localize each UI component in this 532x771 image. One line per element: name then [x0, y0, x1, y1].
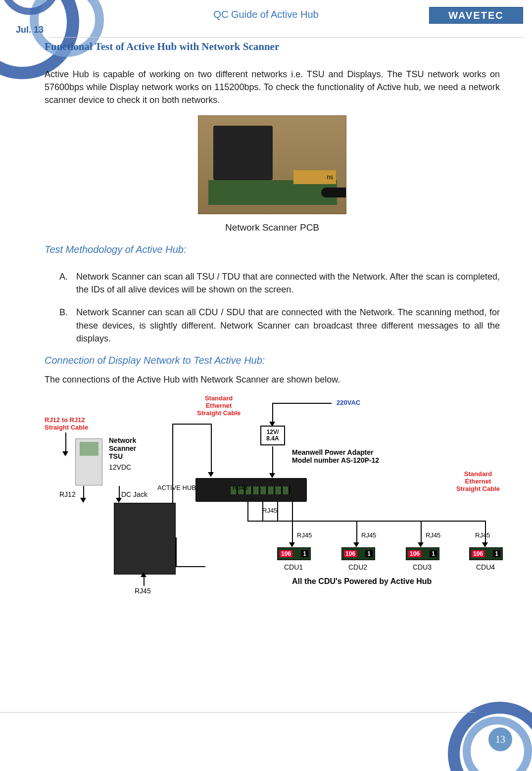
cdu-icon: 1061: [406, 547, 439, 560]
cdu-window: 1: [301, 550, 308, 557]
label-eth-cable-right: Standard Ethernet Straight Cable: [456, 471, 500, 493]
header-divider: [49, 37, 525, 38]
label-all-cdus-powered: All the CDU's Powered by Active Hub: [292, 577, 432, 586]
cdu-icon: 1061: [277, 547, 311, 560]
date-badge: Jul. 13: [16, 25, 44, 35]
connection-diagram: RJ12 to RJ12 Straight Cable Network Scan…: [45, 394, 500, 602]
label-rj45-c2: RJ45: [361, 531, 376, 539]
subheading-connection: Connection of Display Network to Test Ac…: [45, 355, 500, 366]
cdu-window: 1: [493, 550, 500, 557]
list-item: A. Network Scanner can scan all TSU / TD…: [59, 270, 500, 296]
intro-paragraph: Active Hub is capable of working on two …: [45, 68, 500, 106]
psu-box: 12V/ 8.4A: [260, 426, 285, 445]
psu-line1: 12V/: [267, 429, 279, 435]
cdu-number: 106: [408, 550, 421, 557]
list-text: Network Scanner can scan all TSU / TDU t…: [76, 272, 500, 294]
list-text: Network Scanner can scan all CDU / SDU t…: [76, 307, 500, 343]
pcb-photo-placeholder: [198, 115, 346, 214]
label-rj45-scanner: RJ45: [135, 587, 151, 595]
label-cdu3: CDU3: [413, 563, 432, 571]
label-dc-jack: DC Jack: [121, 490, 147, 498]
label-rj45-hub-top: RJ45: [233, 484, 247, 491]
scanner-pcb-icon: [114, 503, 176, 575]
cdu-window: 1: [430, 550, 437, 557]
list-marker: A.: [59, 270, 68, 283]
label-active-hub: ACTIVE HUB: [157, 484, 196, 491]
active-hub-icon: [195, 478, 307, 502]
label-cdu1: CDU1: [284, 563, 303, 571]
cdu-icon: 1061: [469, 547, 503, 560]
label-rj45-c4: RJ45: [475, 531, 490, 539]
label-220vac: 220VAC: [337, 399, 360, 406]
label-12vdc: 12VDC: [109, 463, 131, 471]
methodology-list: A. Network Scanner can scan all TSU / TD…: [45, 270, 500, 344]
cdu-number: 106: [344, 550, 357, 557]
label-network-scanner-tsu: Network Scanner TSU: [109, 436, 136, 460]
label-rj45-c1: RJ45: [297, 531, 312, 539]
cdu-window: 1: [365, 550, 373, 557]
page-content: Functional Test of Active Hub with Netwo…: [45, 41, 500, 602]
list-marker: B.: [59, 306, 68, 319]
section-heading: Functional Test of Active Hub with Netwo…: [45, 41, 500, 53]
cdu-number: 106: [280, 550, 292, 557]
label-eth-cable-top: Standard Ethernet Straight Cable: [197, 395, 241, 417]
label-rj12: RJ12: [59, 490, 76, 498]
figure-caption: Network Scanner PCB: [45, 222, 500, 233]
label-rj12-cable: RJ12 to RJ12 Straight Cable: [45, 417, 88, 432]
label-cdu4: CDU4: [476, 563, 495, 571]
cdu-icon: 1061: [341, 547, 375, 560]
figure-network-scanner-pcb: [45, 115, 500, 216]
tsu-device-icon: [75, 438, 102, 485]
brand-logo: WAVETEC: [429, 7, 523, 24]
psu-line2: 8.4A: [266, 435, 279, 442]
footer-divider: [0, 712, 475, 713]
subheading-test-methodology: Test Methodology of Active Hub:: [45, 244, 500, 255]
page-number: 13: [488, 727, 512, 751]
list-item: B. Network Scanner can scan all CDU / SD…: [59, 306, 500, 344]
cdu-number: 106: [472, 550, 484, 557]
connection-intro: The connections of the Active Hub with N…: [45, 373, 500, 386]
label-cdu2: CDU2: [348, 563, 367, 571]
label-rj45-hub-bot: RJ45: [262, 507, 277, 514]
label-psu-model: Meanwell Power Adapter Model number AS-1…: [292, 448, 379, 464]
label-rj45-c3: RJ45: [426, 531, 440, 539]
